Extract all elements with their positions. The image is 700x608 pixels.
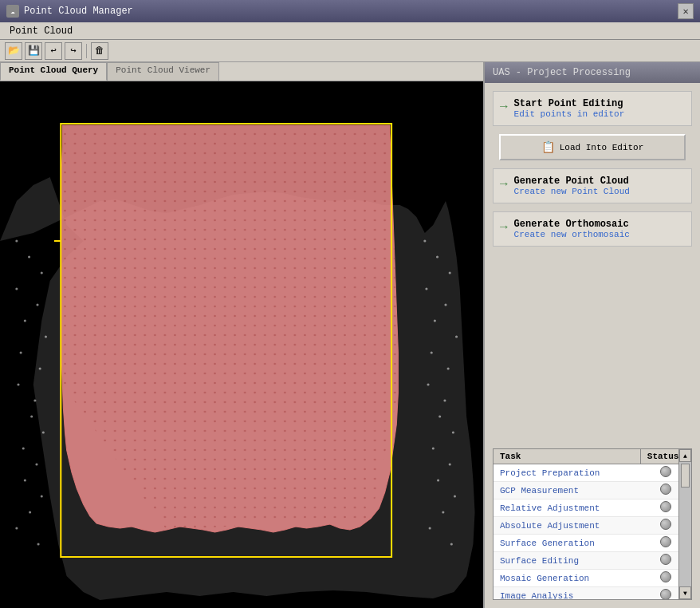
task-cell: Relative Adjustment bbox=[494, 499, 640, 517]
svg-point-23 bbox=[37, 543, 39, 546]
map-area[interactable] bbox=[0, 81, 483, 608]
svg-point-36 bbox=[452, 432, 454, 434]
load-into-editor-button[interactable]: 📋 Load Into Editor bbox=[499, 134, 686, 160]
task-table-scrollbar[interactable]: ▲ ▼ bbox=[678, 449, 691, 599]
svg-point-14 bbox=[33, 400, 36, 402]
svg-point-41 bbox=[442, 511, 444, 514]
svg-point-13 bbox=[17, 384, 19, 386]
right-panel-header: UAS - Project Processing bbox=[485, 62, 700, 83]
task-cell: Project Preparation bbox=[494, 464, 640, 482]
scroll-track bbox=[679, 462, 691, 586]
generate-point-cloud-subtitle: Create new Point Cloud bbox=[514, 187, 630, 196]
scroll-up-button[interactable]: ▲ bbox=[679, 449, 691, 462]
toolbar: 📂 💾 ↩ ↪ 🗑 bbox=[0, 40, 700, 62]
menu-item-point-cloud[interactable]: Point Cloud bbox=[6, 26, 76, 37]
svg-point-8 bbox=[36, 304, 38, 306]
left-panel: Point Cloud Query Point Cloud Viewer bbox=[0, 62, 485, 608]
table-row: GCP Measurement bbox=[494, 482, 691, 499]
status-circle-icon bbox=[660, 554, 671, 565]
scroll-thumb[interactable] bbox=[681, 464, 690, 488]
task-table: Task Status* Project PreparationGCP Meas… bbox=[494, 449, 691, 600]
table-row: Image Analysis bbox=[494, 587, 691, 601]
svg-point-27 bbox=[425, 288, 427, 290]
svg-point-33 bbox=[427, 384, 429, 386]
task-column-header: Task bbox=[494, 449, 640, 464]
generate-orthomosaic-title: Generate Orthomosaic bbox=[514, 219, 630, 230]
task-cell: Image Analysis bbox=[494, 587, 640, 601]
svg-point-25 bbox=[436, 256, 438, 259]
svg-point-32 bbox=[447, 368, 450, 370]
table-row: Surface Generation bbox=[494, 535, 691, 552]
open-button[interactable]: 📂 bbox=[5, 42, 22, 60]
task-cell: GCP Measurement bbox=[494, 482, 640, 499]
arrow-icon-start: → bbox=[500, 100, 508, 114]
svg-point-22 bbox=[15, 527, 18, 530]
svg-point-15 bbox=[30, 416, 33, 418]
status-circle-icon bbox=[660, 466, 671, 477]
tab-point-cloud-viewer[interactable]: Point Cloud Viewer bbox=[107, 62, 219, 81]
svg-point-6 bbox=[41, 272, 43, 274]
tab-bar: Point Cloud Query Point Cloud Viewer bbox=[0, 62, 483, 81]
table-row: Mosaic Generation bbox=[494, 570, 691, 587]
save-button[interactable]: 💾 bbox=[25, 42, 42, 60]
map-svg bbox=[0, 81, 483, 608]
generate-point-cloud-title: Generate Point Cloud bbox=[514, 176, 630, 187]
svg-point-18 bbox=[35, 464, 37, 466]
svg-point-17 bbox=[22, 448, 25, 450]
svg-point-26 bbox=[449, 272, 451, 274]
svg-point-40 bbox=[454, 495, 456, 498]
task-cell: Surface Editing bbox=[494, 552, 640, 570]
svg-point-31 bbox=[431, 352, 433, 354]
generate-orthomosaic-action[interactable]: → Generate Orthomosaic Create new orthom… bbox=[493, 211, 692, 247]
svg-point-4 bbox=[15, 240, 18, 243]
close-button[interactable]: ✕ bbox=[678, 3, 694, 19]
table-row: Relative Adjustment bbox=[494, 499, 691, 517]
start-point-editing-subtitle: Edit points in editor bbox=[514, 109, 625, 119]
svg-point-37 bbox=[432, 448, 435, 450]
svg-point-24 bbox=[423, 240, 426, 243]
task-table-container: Task Status* Project PreparationGCP Meas… bbox=[493, 448, 692, 600]
title-bar: ☁ Point Cloud Manager ✕ bbox=[0, 0, 700, 22]
status-circle-icon bbox=[660, 536, 671, 547]
generate-point-cloud-text: Generate Point Cloud Create new Point Cl… bbox=[514, 176, 630, 196]
svg-point-30 bbox=[455, 336, 458, 338]
delete-button[interactable]: 🗑 bbox=[91, 42, 108, 60]
redo-button[interactable]: ↪ bbox=[65, 42, 82, 60]
svg-point-5 bbox=[28, 256, 30, 259]
window-title: Point Cloud Manager bbox=[24, 6, 133, 17]
generate-orthomosaic-text: Generate Orthomosaic Create new orthomos… bbox=[514, 219, 630, 239]
start-point-editing-action[interactable]: → Start Point Editing Edit points in edi… bbox=[493, 91, 692, 126]
table-row: Surface Editing bbox=[494, 552, 691, 570]
status-circle-icon bbox=[660, 571, 671, 582]
app-icon: ☁ bbox=[6, 5, 19, 18]
svg-point-7 bbox=[15, 288, 18, 290]
svg-point-29 bbox=[434, 320, 436, 322]
table-row: Project Preparation bbox=[494, 464, 691, 482]
generate-point-cloud-action[interactable]: → Generate Point Cloud Create new Point … bbox=[493, 168, 692, 203]
main-layout: Point Cloud Query Point Cloud Viewer bbox=[0, 62, 700, 608]
table-row: Absolute Adjustment bbox=[494, 517, 691, 535]
svg-point-34 bbox=[443, 400, 446, 402]
generate-orthomosaic-subtitle: Create new orthomosaic bbox=[514, 230, 630, 239]
menu-bar: Point Cloud bbox=[0, 22, 700, 40]
task-cell: Absolute Adjustment bbox=[494, 517, 640, 535]
status-circle-icon bbox=[660, 589, 671, 600]
arrow-icon-generate: → bbox=[500, 177, 508, 191]
svg-point-35 bbox=[438, 416, 441, 418]
right-panel-title: UAS - Project Processing bbox=[493, 67, 631, 78]
svg-point-21 bbox=[29, 511, 31, 514]
load-btn-label: Load Into Editor bbox=[560, 143, 644, 152]
tab-point-cloud-query[interactable]: Point Cloud Query bbox=[0, 62, 107, 81]
task-cell: Mosaic Generation bbox=[494, 570, 640, 587]
svg-point-43 bbox=[450, 543, 453, 546]
start-point-editing-title: Start Point Editing bbox=[514, 98, 625, 109]
undo-button[interactable]: ↩ bbox=[45, 42, 62, 60]
status-circle-icon bbox=[660, 501, 671, 512]
start-point-editing-text: Start Point Editing Edit points in edito… bbox=[514, 98, 625, 119]
svg-point-10 bbox=[45, 336, 47, 338]
svg-point-38 bbox=[449, 464, 451, 466]
svg-point-19 bbox=[24, 480, 26, 482]
status-circle-icon bbox=[660, 484, 671, 495]
svg-point-11 bbox=[20, 352, 22, 354]
scroll-down-button[interactable]: ▼ bbox=[679, 586, 691, 599]
